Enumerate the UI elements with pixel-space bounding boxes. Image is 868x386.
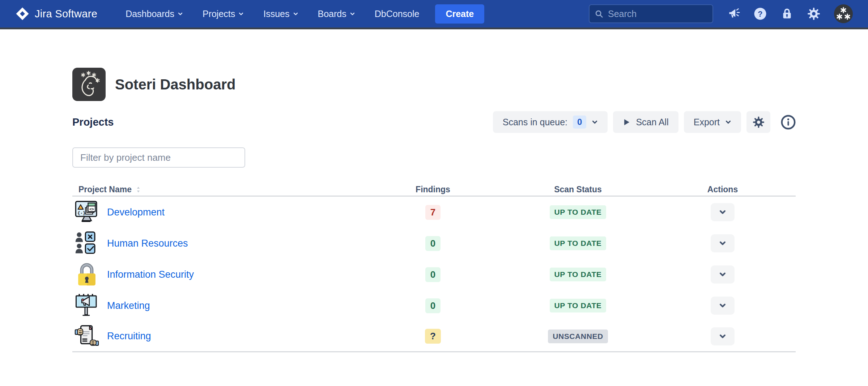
project-icon <box>74 324 100 348</box>
info-icon <box>781 115 796 130</box>
chevron-down-icon <box>719 209 726 216</box>
findings-cell: 0 <box>397 298 469 313</box>
scan-status-badge: UP TO DATE <box>550 236 607 250</box>
navbar-right <box>589 4 853 23</box>
findings-cell: 0 <box>397 267 469 282</box>
scans-in-queue-button[interactable]: Scans in queue: 0 <box>493 111 608 133</box>
jira-logo[interactable]: Jira Software <box>15 7 97 21</box>
chevron-down-icon <box>592 119 598 125</box>
navbar-item-label: Issues <box>263 9 289 19</box>
projects-toolbar: Scans in queue: 0 Scan All Export <box>493 111 796 133</box>
chevron-down-icon <box>293 11 298 17</box>
actions-cell <box>686 327 759 345</box>
findings-cell: 7 <box>397 205 469 220</box>
row-actions-button[interactable] <box>711 265 735 284</box>
findings-badge[interactable]: 0 <box>425 298 441 313</box>
play-icon <box>623 118 630 126</box>
search-box[interactable] <box>589 4 713 23</box>
findings-cell: 0 <box>397 236 469 251</box>
actions-cell <box>686 234 759 252</box>
announcement-icon[interactable] <box>727 7 740 20</box>
column-header-scan-status: Scan Status <box>542 185 614 194</box>
actions-cell <box>686 297 759 315</box>
findings-badge[interactable]: 7 <box>425 205 441 220</box>
chevron-down-icon <box>178 11 183 17</box>
project-name-link[interactable]: Development <box>107 207 165 218</box>
help-icon[interactable] <box>754 7 767 20</box>
export-label: Export <box>694 117 720 127</box>
column-header-actions: Actions <box>686 185 759 194</box>
findings-cell: ? <box>397 329 469 344</box>
project-name-link[interactable]: Information Security <box>107 269 194 280</box>
navbar-item[interactable]: Dashboards <box>125 9 183 19</box>
navbar-item[interactable]: Boards <box>318 9 355 19</box>
project-name-link[interactable]: Marketing <box>107 300 150 311</box>
scans-in-queue-label: Scans in queue: <box>503 117 567 127</box>
project-icon <box>74 263 100 286</box>
chevron-down-icon <box>725 119 731 125</box>
navbar-item-label: Boards <box>318 9 346 19</box>
project-filter-input[interactable] <box>72 147 245 168</box>
scan-status-cell: UP TO DATE <box>542 268 614 281</box>
navbar-item[interactable]: DbConsole <box>375 9 420 19</box>
project-icon <box>74 231 100 255</box>
create-button[interactable]: Create <box>435 4 484 24</box>
project-name-cell: Recruiting <box>72 324 397 348</box>
scan-status-cell: UNSCANNED <box>542 330 614 343</box>
navbar-item-label: DbConsole <box>375 9 420 19</box>
actions-cell <box>686 203 759 221</box>
scan-status-badge: UP TO DATE <box>550 299 607 312</box>
scan-all-button[interactable]: Scan All <box>613 111 678 133</box>
project-avatar <box>72 200 101 224</box>
user-avatar[interactable] <box>834 4 853 23</box>
soteri-app-logo <box>72 68 106 101</box>
projects-table-body: Development 7 UP TO DATE Human Resources… <box>72 197 796 352</box>
scan-status-cell: UP TO DATE <box>542 236 614 250</box>
column-header-project-name[interactable]: Project Name <box>72 185 397 194</box>
navbar-item-label: Dashboards <box>125 9 174 19</box>
projects-heading: Projects <box>72 116 114 128</box>
scan-status-cell: UP TO DATE <box>542 205 614 219</box>
search-icon <box>595 9 604 18</box>
main-content: Soteri Dashboard Projects Scans in queue… <box>72 29 796 352</box>
info-button[interactable] <box>781 115 796 130</box>
project-name-link[interactable]: Human Resources <box>107 238 188 249</box>
project-icon <box>74 200 100 224</box>
actions-cell <box>686 265 759 284</box>
jira-mark-icon <box>15 7 30 21</box>
top-navbar: Jira Software Dashboards Projects Issues… <box>0 0 868 29</box>
page-title: Soteri Dashboard <box>115 76 235 93</box>
search-input[interactable] <box>608 9 707 19</box>
scan-status-badge: UNSCANNED <box>548 330 608 343</box>
chevron-down-icon <box>719 271 726 278</box>
navbar-item[interactable]: Issues <box>263 9 298 19</box>
export-button[interactable]: Export <box>684 111 741 133</box>
navbar-item[interactable]: Projects <box>203 9 244 19</box>
findings-badge[interactable]: 0 <box>425 236 441 251</box>
table-row: Recruiting ? UNSCANNED <box>72 321 796 352</box>
settings-icon[interactable] <box>807 7 820 20</box>
row-actions-button[interactable] <box>711 297 735 315</box>
row-actions-button[interactable] <box>711 327 735 345</box>
table-row: Development 7 UP TO DATE <box>72 197 796 228</box>
project-name-cell: Information Security <box>72 263 397 286</box>
chevron-down-icon <box>350 11 355 17</box>
project-name-link[interactable]: Recruiting <box>107 331 151 342</box>
findings-badge[interactable]: ? <box>425 329 441 344</box>
scans-in-queue-count: 0 <box>573 116 586 129</box>
row-actions-button[interactable] <box>711 203 735 221</box>
project-name-cell: Human Resources <box>72 231 397 255</box>
project-avatar <box>72 231 101 255</box>
sort-icon[interactable] <box>136 186 141 193</box>
findings-badge[interactable]: 0 <box>425 267 441 282</box>
navbar-item-label: Projects <box>203 9 235 19</box>
navbar-menu: Dashboards Projects Issues Boards DbCons… <box>125 9 419 19</box>
project-avatar <box>72 324 101 348</box>
scan-settings-button[interactable] <box>746 111 770 133</box>
projects-table: Project Name Findings Scan Status Action… <box>72 184 796 352</box>
scan-status-cell: UP TO DATE <box>542 299 614 312</box>
jira-logo-text: Jira Software <box>35 8 97 20</box>
row-actions-button[interactable] <box>711 234 735 252</box>
table-row: Information Security 0 UP TO DATE <box>72 259 796 290</box>
lock-icon[interactable] <box>780 7 793 20</box>
